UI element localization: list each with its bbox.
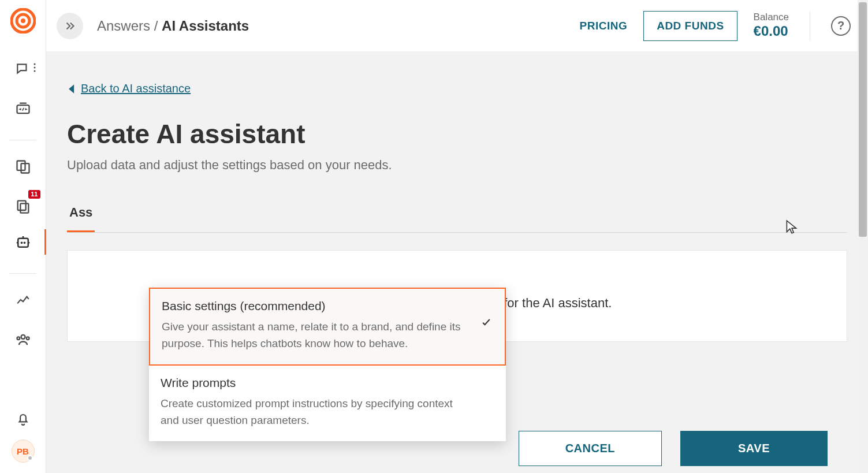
logo-icon: [10, 8, 36, 33]
status-dot: [27, 455, 33, 461]
add-funds-button[interactable]: ADD FUNDS: [643, 11, 737, 41]
scrollbar[interactable]: ▲: [858, 0, 868, 473]
back-link[interactable]: Back to AI assistance: [67, 82, 847, 95]
avatar-initials: PB: [17, 446, 29, 456]
sidebar-divider: [9, 140, 36, 140]
breadcrumb-parent[interactable]: Answers: [97, 18, 150, 33]
breadcrumb: Answers / AI Assistants: [97, 18, 249, 34]
avatar[interactable]: PB: [12, 440, 35, 463]
svg-point-3: [33, 64, 35, 65]
analytics-icon[interactable]: [10, 288, 36, 313]
balance-value: €0.00: [754, 23, 789, 40]
topbar: Answers / AI Assistants PRICING ADD FUND…: [46, 0, 868, 52]
breadcrumb-current: AI Assistants: [162, 18, 249, 33]
code-icon[interactable]: [10, 96, 36, 121]
exchange-icon[interactable]: [10, 154, 36, 180]
svg-rect-9: [17, 201, 25, 210]
sidebar-divider-2: [9, 273, 36, 274]
svg-point-2: [21, 18, 25, 23]
dropdown-option-desc: Create customized prompt instructions by…: [161, 396, 494, 429]
dropdown-option-title: Basic settings (recommended): [162, 299, 493, 313]
pricing-link[interactable]: PRICING: [579, 20, 627, 32]
svg-point-15: [17, 337, 20, 340]
svg-point-5: [33, 70, 35, 72]
bell-icon[interactable]: [10, 406, 36, 431]
expand-sidebar-button[interactable]: [57, 13, 83, 39]
dropdown-option-basic[interactable]: Basic settings (recommended) Give your a…: [149, 288, 506, 366]
balance: Balance €0.00: [754, 12, 789, 40]
svg-point-12: [20, 241, 23, 244]
check-icon: [480, 316, 492, 331]
divider: [810, 12, 810, 40]
page-subtitle: Upload data and adjust the settings base…: [67, 158, 847, 173]
dropdown-option-prompts[interactable]: Write prompts Create customized prompt i…: [149, 366, 506, 441]
people-icon[interactable]: [10, 327, 36, 352]
svg-point-13: [23, 241, 25, 244]
back-link-text: Back to AI assistance: [81, 82, 191, 95]
inbox-badge: 11: [28, 190, 40, 199]
svg-point-4: [33, 67, 35, 69]
cancel-button[interactable]: CANCEL: [519, 431, 662, 466]
dropdown-option-title: Write prompts: [161, 376, 494, 390]
balance-label: Balance: [754, 12, 789, 23]
help-icon[interactable]: ?: [831, 16, 851, 36]
active-tab[interactable]: Ass: [67, 198, 95, 232]
bot-icon[interactable]: [10, 229, 36, 255]
save-button[interactable]: SAVE: [680, 431, 828, 466]
instruction-mode-dropdown: Basic settings (recommended) Give your a…: [149, 288, 506, 441]
scrollbar-thumb[interactable]: [859, 2, 867, 237]
svg-rect-10: [20, 203, 28, 213]
conversations-icon[interactable]: [10, 57, 36, 82]
tabs: Ass: [67, 198, 847, 233]
content-area: Back to AI assistance Create AI assistan…: [46, 52, 868, 473]
dropdown-option-desc: Give your assistant a name, relate it to…: [162, 319, 493, 352]
svg-point-14: [21, 335, 25, 339]
sidebar: 11 PB: [0, 0, 46, 473]
inbox-icon[interactable]: 11: [10, 193, 36, 219]
page-title: Create AI assistant: [67, 118, 847, 150]
svg-point-16: [26, 337, 29, 340]
svg-rect-11: [18, 239, 28, 247]
